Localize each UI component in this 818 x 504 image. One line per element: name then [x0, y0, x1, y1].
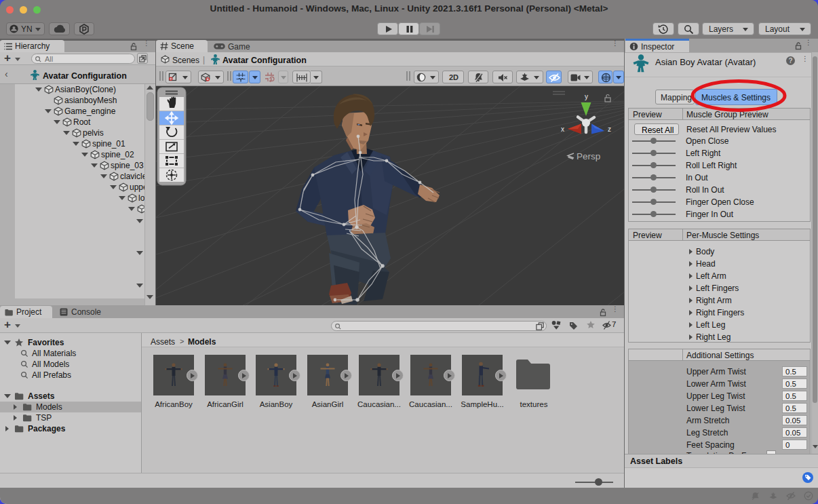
- svg-text:y: y: [585, 93, 588, 100]
- svg-text:z: z: [608, 125, 611, 133]
- svg-text:Persp: Persp: [577, 151, 600, 161]
- svg-text:x: x: [561, 125, 564, 133]
